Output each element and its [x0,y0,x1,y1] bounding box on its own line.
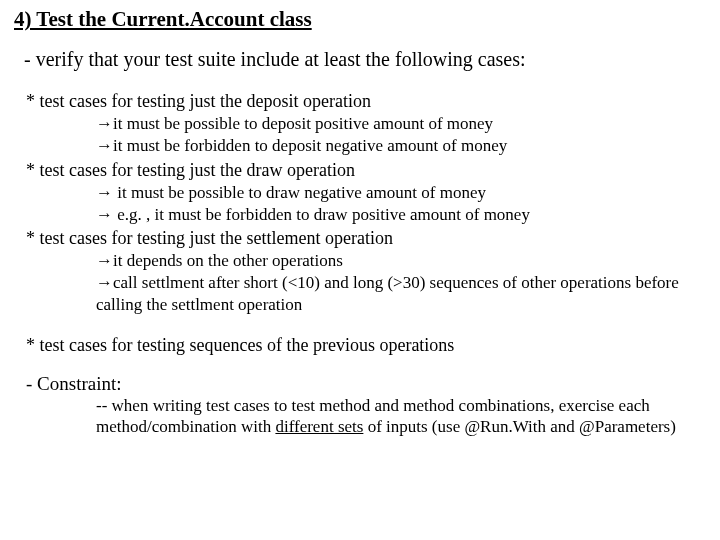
constraint-underlined: different sets [275,417,363,436]
constraint-body: -- when writing test cases to test metho… [96,395,706,439]
sub-draw-1: → it must be possible to draw negative a… [96,182,706,204]
bullet-settlement: * test cases for testing just the settle… [26,227,706,250]
sub-settlement-1: →it depends on the other operations [96,250,706,272]
constraint-post: of inputs (use @Run.With and @Parameters… [363,417,675,436]
intro-line: - verify that your test suite include at… [24,46,706,72]
bullet-draw: * test cases for testing just the draw o… [26,159,706,182]
constraint-label: - Constraint: [26,373,706,395]
sub-settlement-2: →call settlment after short (<10) and lo… [96,272,706,316]
sub-draw-2: → e.g. , it must be forbidden to draw po… [96,204,706,226]
sub-deposit-1: →it must be possible to deposit positive… [96,113,706,135]
document-page: 4) Test the Current.Account class - veri… [0,0,720,448]
bullet-sequences: * test cases for testing sequences of th… [26,334,706,357]
section-title: 4) Test the Current.Account class [14,6,706,32]
sub-deposit-2: →it must be forbidden to deposit negativ… [96,135,706,157]
bullet-deposit: * test cases for testing just the deposi… [26,90,706,113]
